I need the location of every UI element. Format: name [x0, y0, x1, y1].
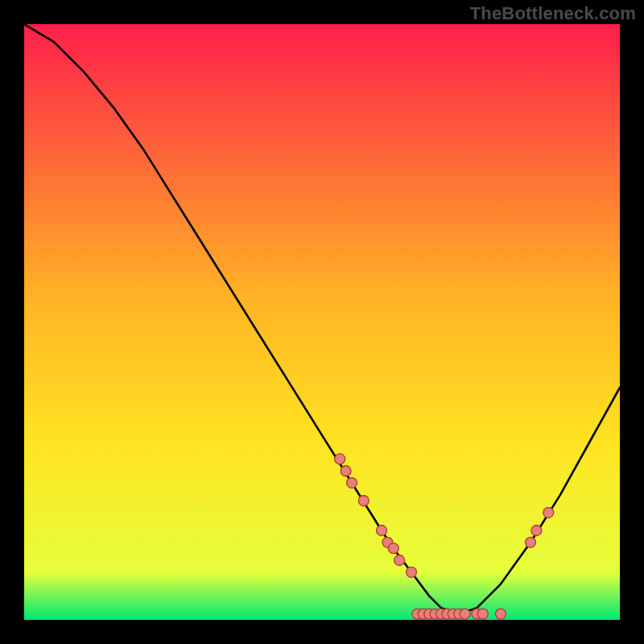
data-marker: [531, 526, 542, 536]
data-marker: [335, 454, 345, 464]
data-marker: [347, 477, 357, 488]
plot-area: [24, 24, 620, 620]
chart-container: TheBottleneck.com: [0, 0, 644, 644]
data-marker: [341, 466, 351, 477]
data-marker: [526, 537, 536, 547]
data-marker: [460, 609, 470, 619]
data-marker: [543, 507, 554, 518]
data-marker: [407, 567, 417, 577]
data-marker: [388, 543, 398, 554]
data-marker: [394, 555, 405, 566]
watermark-text: TheBottleneck.com: [470, 3, 636, 24]
data-marker: [496, 609, 506, 619]
gradient-background: [24, 24, 620, 620]
data-marker: [358, 496, 369, 506]
data-marker: [477, 609, 488, 619]
data-marker: [377, 526, 387, 536]
bottleneck-chart: [24, 24, 620, 620]
